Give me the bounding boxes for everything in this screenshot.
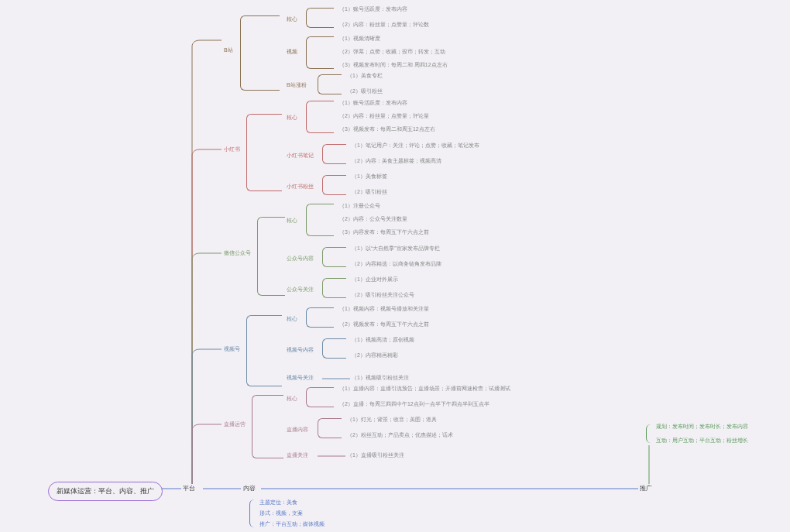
leaf: （2）吸引粉丝关注公众号 (352, 291, 414, 299)
node-wx-core[interactable]: 核心 (287, 217, 297, 225)
brace (322, 278, 346, 298)
leaf: （2）内容精画精彩 (352, 352, 398, 359)
brace (306, 387, 334, 407)
leaf: 形式：视频，文案 (259, 510, 303, 517)
leaf: （1）视频高清；原创视频 (352, 336, 414, 344)
node-live-follow[interactable]: 直播关注 (287, 451, 308, 459)
node-live-core[interactable]: 核心 (287, 395, 297, 403)
node-xhs-fans[interactable]: 小红书粉丝 (287, 183, 314, 190)
root-node[interactable]: 新媒体运营：平台、内容、推广 (48, 482, 163, 501)
leaf: （1）直播吸引粉丝关注 (347, 451, 404, 459)
node-xhs-core[interactable]: 核心 (287, 114, 297, 122)
brace (249, 499, 258, 527)
brace (318, 418, 342, 438)
leaf: （2）内容：公众号关注数量 (339, 215, 407, 223)
leaf: （1）笔记用户：关注；评论；点赞；收藏；笔记发布 (352, 142, 479, 149)
leaf: （2）直播：每周三四四中午12点到一点半下午四点半到五点半 (339, 400, 489, 408)
leaf: 推广：平台互动；媒体视频 (259, 520, 325, 528)
brace (322, 247, 346, 267)
leaf: （3）视频发布：每周二和周五12点左右 (339, 125, 435, 133)
brace (306, 307, 334, 328)
node-live[interactable]: 直播运营 (224, 420, 246, 428)
node-live-content[interactable]: 直播内容 (287, 426, 308, 434)
brace (306, 36, 334, 69)
brace (306, 8, 334, 28)
leaf: （2）视频发布：每周五下午六点之前 (339, 321, 429, 328)
node-sph-content[interactable]: 视频号内容 (287, 346, 314, 354)
node-sph[interactable]: 视频号 (224, 345, 240, 353)
leaf: 主题定位：美食 (259, 499, 297, 506)
node-wx[interactable]: 微信公众号 (224, 249, 251, 257)
leaf: （2）内容：粉丝量；点赞量；评论量 (339, 112, 429, 120)
leaf: （2）粉丝互动；产品卖点；优惠描述；话术 (347, 431, 453, 439)
leaf: （1）直播内容：直播引流预告；直播场景；开播前网速检查；试播测试 (339, 385, 510, 393)
leaf: （3）内容发布：每周五下午六点之前 (339, 228, 429, 236)
node-sph-follow[interactable]: 视频号关注 (287, 374, 314, 382)
leaf: （2）内容：美食主题标签；视频高清 (352, 157, 441, 165)
brace (246, 315, 282, 386)
brace (246, 114, 282, 191)
leaf: （1）企业对外展示 (352, 276, 398, 283)
node-bili[interactable]: B站 (224, 46, 233, 54)
brace (306, 101, 334, 133)
mindmap-canvas: { "root": "新媒体运营：平台、内容、推广", "platform": … (0, 0, 790, 532)
brace (322, 175, 346, 195)
brace (322, 338, 346, 359)
brace (240, 15, 280, 91)
node-promotion[interactable]: 推广 (640, 484, 652, 493)
leaf: （1）注册公众号 (339, 202, 380, 210)
leaf: （1）账号活跃度：发布内容 (339, 99, 407, 107)
leaf: （3）视频发布时间：每周二和 周四12点左右 (339, 61, 448, 69)
brace (306, 204, 334, 236)
leaf: （2）吸引粉丝 (347, 88, 383, 95)
leaf: （2）吸引粉丝 (352, 188, 387, 196)
leaf: 互动：用户互动；平台互动；粉丝增长 (656, 437, 748, 444)
leaf: （1）灯光；背景；收音；美图；道具 (347, 416, 437, 424)
leaf: （1）美食标签 (352, 173, 387, 180)
node-wx-content[interactable]: 公众号内容 (287, 255, 314, 263)
leaf: （1）以“大自然享”宣家发布品牌专栏 (352, 245, 440, 252)
node-platform[interactable]: 平台 (183, 484, 195, 493)
node-bili-core[interactable]: 核心 (287, 15, 297, 23)
node-xhs-note[interactable]: 小红书笔记 (287, 152, 314, 160)
node-xhs[interactable]: 小红书 (224, 146, 240, 153)
leaf: 规划：发布时间；发布时长；发布内容 (656, 423, 748, 431)
node-wx-follow[interactable]: 公众号关注 (287, 286, 314, 293)
brace (318, 74, 342, 94)
brace (257, 217, 285, 296)
node-bili-video[interactable]: 视频 (287, 48, 297, 56)
brace (252, 395, 283, 458)
leaf: （1）视频清晰度 (339, 35, 380, 43)
leaf: （2）弹幕；点赞；收藏；投币；转发；互动 (339, 48, 445, 56)
leaf: （1）美食专栏 (347, 72, 383, 80)
brace (322, 144, 346, 164)
leaf: （1）视频内容：视频号播放和关注量 (339, 305, 429, 313)
leaf: （2）内容精选：以商务链角发布品牌 (352, 260, 441, 268)
brace (646, 424, 654, 443)
leaf: （1）视频吸引粉丝关注 (352, 374, 409, 382)
node-content[interactable]: 内容 (243, 484, 256, 493)
node-sph-core[interactable]: 核心 (287, 315, 297, 323)
node-bili-growth[interactable]: B站涨粉 (287, 81, 307, 89)
leaf: （1）账号活跃度：发布内容 (339, 5, 407, 13)
leaf: （2）内容：粉丝量；点赞量；评论数 (339, 21, 429, 29)
